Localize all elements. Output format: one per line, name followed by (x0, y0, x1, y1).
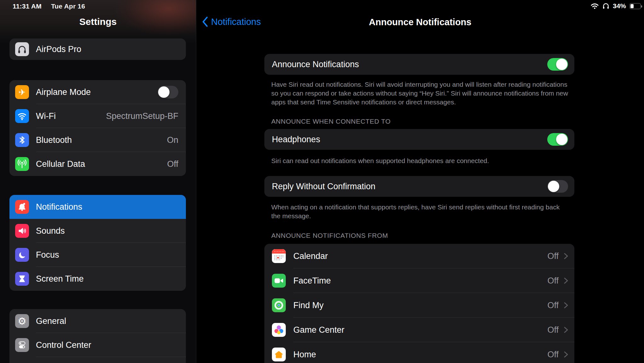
sidebar-item-screen-time[interactable]: Screen Time (9, 267, 186, 291)
bluetooth-icon (15, 133, 29, 147)
cellular-icon (15, 157, 29, 171)
sidebar-item-label: Focus (36, 250, 178, 260)
row-label: Headphones (272, 135, 547, 144)
reply-without-confirmation-row[interactable]: Reply Without Confirmation (264, 176, 574, 197)
sidebar-item-wifi[interactable]: Wi-Fi SpectrumSetup-BF (9, 104, 186, 128)
sidebar-group-notifications: Notifications Sounds Focus Screen Time (9, 195, 186, 291)
game-center-app-icon (272, 323, 286, 337)
facetime-app-icon (272, 274, 286, 288)
sidebar-item-control-center[interactable]: Control Center (9, 333, 186, 357)
headphones-status-icon (602, 3, 609, 9)
announce-notifications-pane: Notifications Announce Notifications Ann… (196, 0, 644, 363)
toggle-knob (158, 86, 170, 98)
sidebar-item-label: Cellular Data (36, 159, 167, 169)
app-label: Game Center (293, 325, 547, 335)
sidebar-item-label: Screen Time (36, 274, 178, 284)
reply-card: Reply Without Confirmation (264, 176, 574, 197)
announce-notifications-card: Announce Notifications (264, 54, 574, 75)
app-value: Off (547, 251, 559, 261)
announce-footer-text: Have Siri read out notifications. Siri w… (271, 80, 571, 107)
sidebar-item-label: Control Center (36, 340, 178, 350)
sidebar-item-label: Airplane Mode (36, 87, 158, 97)
app-row-facetime[interactable]: FaceTime Off (264, 268, 574, 293)
notifications-bell-icon (15, 200, 29, 214)
headphones-toggle[interactable] (547, 133, 568, 146)
app-row-find-my[interactable]: Find My Off (264, 293, 574, 318)
headphones-card: Headphones (264, 129, 574, 150)
row-label: Reply Without Confirmation (272, 182, 547, 191)
headphones-row[interactable]: Headphones (264, 129, 574, 150)
sidebar-group-device: AirPods Pro (9, 38, 186, 60)
airplane-icon: ✈ (15, 85, 29, 99)
app-row-calendar[interactable]: Calendar Off (264, 244, 574, 268)
app-value: Off (547, 325, 559, 335)
toggle-knob (556, 59, 567, 70)
ipad-settings-screen: 11:31 AM Tue Apr 16 Settings AirPods Pro… (0, 0, 644, 363)
battery-percent: 34% (613, 2, 626, 10)
sidebar-item-label: Sounds (36, 226, 178, 236)
hourglass-icon (15, 272, 29, 286)
sidebar-item-bluetooth[interactable]: Bluetooth On (9, 128, 186, 152)
page-title: Announce Notifications (196, 17, 644, 27)
sidebar-item-sounds[interactable]: Sounds (9, 219, 186, 243)
calendar-app-icon (272, 249, 286, 263)
cellular-value: Off (167, 159, 178, 169)
battery-cap (641, 5, 642, 8)
sidebar-item-airplane-mode[interactable]: ✈ Airplane Mode (9, 80, 186, 104)
status-bar-left: 11:31 AM Tue Apr 16 (13, 3, 85, 10)
app-label: Find My (293, 301, 547, 310)
sidebar-item-general[interactable]: ⚙ General (9, 309, 186, 333)
sidebar-item-label: AirPods Pro (36, 44, 178, 54)
sidebar-item-focus[interactable]: Focus (9, 243, 186, 267)
section-header-connected-to: ANNOUNCE WHEN CONNECTED TO (271, 118, 571, 125)
sidebar-group-general: ⚙ General Control Center (9, 309, 186, 363)
airpods-pro-icon (15, 42, 29, 56)
app-label: FaceTime (293, 276, 547, 286)
battery-icon (630, 3, 641, 9)
app-value: Off (547, 350, 559, 360)
sidebar-item-notifications[interactable]: Notifications (9, 195, 186, 219)
row-label: Announce Notifications (272, 60, 547, 69)
bluetooth-value: On (167, 135, 178, 145)
app-row-game-center[interactable]: Game Center Off (264, 318, 574, 342)
announce-notifications-row[interactable]: Announce Notifications (264, 54, 574, 75)
section-header-announce-from: ANNOUNCE NOTIFICATIONS FROM (271, 232, 571, 239)
sidebar-item-cellular-data[interactable]: Cellular Data Off (9, 152, 186, 176)
settings-sidebar: 11:31 AM Tue Apr 16 Settings AirPods Pro… (0, 0, 196, 363)
airplane-mode-toggle[interactable] (158, 86, 178, 98)
toggles-icon (15, 338, 29, 352)
wifi-status-icon (590, 3, 599, 9)
sidebar-item-label: Notifications (36, 202, 178, 212)
toggle-knob (548, 181, 559, 192)
app-label: Home (293, 350, 547, 360)
home-app-icon (272, 348, 286, 361)
moon-icon (15, 248, 29, 262)
find-my-app-icon (272, 298, 286, 312)
chevron-right-icon (564, 252, 569, 260)
announce-notifications-toggle[interactable] (547, 58, 568, 71)
sidebar-group-connectivity: ✈ Airplane Mode Wi-Fi SpectrumSetup-BF B… (9, 80, 186, 176)
sidebar-title: Settings (0, 16, 196, 27)
chevron-right-icon (564, 326, 569, 334)
sidebar-item-airpods-pro[interactable]: AirPods Pro (9, 38, 186, 60)
gear-icon: ⚙ (15, 314, 29, 328)
status-bar-right: 34% (590, 2, 641, 10)
chevron-right-icon (564, 302, 569, 309)
reply-toggle[interactable] (547, 180, 568, 193)
status-date: Tue Apr 16 (51, 3, 85, 10)
sidebar-item-next-partial[interactable] (9, 357, 186, 363)
sidebar-item-label: Bluetooth (36, 135, 167, 145)
sidebar-item-label: Wi-Fi (36, 111, 106, 121)
battery-fill (630, 4, 634, 8)
chevron-right-icon (564, 277, 569, 284)
reply-footer-text: When acting on a notification that suppo… (271, 203, 571, 220)
app-value: Off (547, 301, 559, 310)
apps-list-card: Calendar Off FaceTime Off Find My Off (264, 244, 574, 363)
headphones-footer-text: Siri can read out notifications when sup… (271, 156, 571, 165)
app-value: Off (547, 276, 559, 286)
app-row-home[interactable]: Home Off (264, 342, 574, 363)
toggle-knob (556, 134, 567, 145)
app-label: Calendar (293, 251, 547, 261)
chevron-right-icon (564, 351, 569, 358)
wifi-network-value: SpectrumSetup-BF (106, 111, 178, 121)
